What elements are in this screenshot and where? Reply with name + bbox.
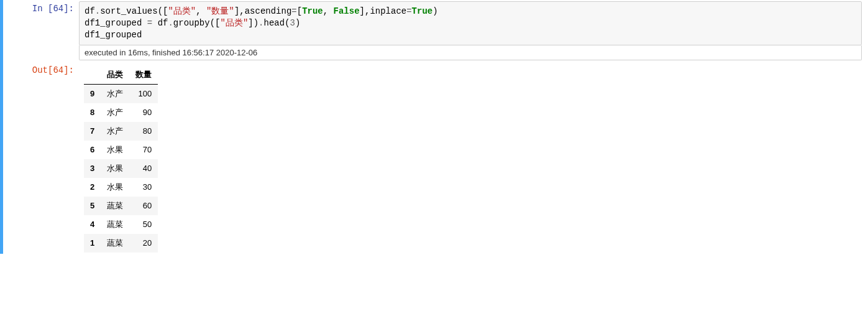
code-token: sort_values (100, 6, 157, 16)
index-header (84, 65, 101, 85)
code-input[interactable]: df.sort_values(["品类", "数量"],ascending=[T… (79, 1, 862, 45)
code-token: True (302, 6, 323, 16)
execution-status: executed in 16ms, finished 16:56:17 2020… (79, 45, 862, 60)
cell-value: 水产 (101, 84, 129, 103)
code-token: . (258, 18, 263, 28)
dataframe-body: 9水产1008水产907水产806水果703水果402水果305蔬菜604蔬菜5… (84, 84, 158, 253)
table-row: 7水产80 (84, 122, 158, 141)
table-row: 8水产90 (84, 103, 158, 122)
cell-value: 蔬菜 (101, 197, 129, 215)
cell-value: 80 (129, 122, 158, 141)
dataframe-table: 品类 数量 9水产1008水产907水产806水果703水果402水果305蔬菜… (84, 65, 158, 253)
code-token: ] (248, 18, 253, 28)
code-token: df (85, 6, 95, 16)
code-token: ( (285, 18, 290, 28)
row-index: 8 (84, 103, 101, 122)
notebook-cell: In [64]: df.sort_values(["品类", "数量"],asc… (0, 0, 868, 254)
code-token: "数量" (206, 6, 234, 16)
code-token: df1_grouped (85, 18, 147, 28)
row-index: 4 (84, 215, 101, 234)
code-token: = (291, 6, 296, 16)
code-token: groupby (173, 18, 210, 28)
table-row: 1蔬菜20 (84, 234, 158, 253)
code-token: ) (254, 18, 258, 28)
cell-value: 蔬菜 (101, 234, 129, 253)
code-token: ( (210, 18, 215, 28)
code-token: True (412, 6, 433, 16)
code-token: , (196, 6, 206, 16)
table-row: 5蔬菜60 (84, 197, 158, 215)
code-token: = (406, 6, 411, 16)
cell-value: 90 (129, 103, 158, 122)
row-index: 6 (84, 141, 101, 159)
cell-value: 70 (129, 141, 158, 159)
code-token: = (147, 18, 152, 28)
code-token: inplace (370, 6, 406, 16)
cell-value: 30 (129, 178, 158, 197)
dataframe-header: 品类 数量 (84, 65, 158, 85)
row-index: 9 (84, 84, 101, 103)
code-token: head (264, 18, 285, 28)
row-index: 7 (84, 122, 101, 141)
code-token: ) (432, 6, 437, 16)
code-token: "品类" (168, 6, 196, 16)
code-token: df1_grouped (85, 30, 142, 40)
cell-value: 100 (129, 84, 158, 103)
table-row: 2水果30 (84, 178, 158, 197)
table-row: 3水果40 (84, 159, 158, 178)
row-index: 1 (84, 234, 101, 253)
row-index: 5 (84, 197, 101, 215)
code-token: , (323, 6, 334, 16)
cell-value: 50 (129, 215, 158, 234)
col-header: 数量 (129, 65, 158, 85)
cell-value: 水产 (101, 103, 129, 122)
cell-value: 水果 (101, 159, 129, 178)
cell-value: 20 (129, 234, 158, 253)
output-row: Out[64]: 品类 数量 9水产1008水产907水产806水果703水果4… (3, 62, 868, 254)
code-token: , (239, 6, 244, 16)
row-index: 2 (84, 178, 101, 197)
cell-value: 水果 (101, 141, 129, 159)
code-token: False (334, 6, 360, 16)
output-area: 品类 数量 9水产1008水产907水产806水果703水果402水果305蔬菜… (78, 62, 868, 254)
input-prompt: In [64]: (3, 0, 78, 14)
cell-value: 40 (129, 159, 158, 178)
code-token: "品类" (220, 18, 248, 28)
code-token: ( (158, 6, 163, 16)
code-token: . (95, 6, 100, 16)
table-row: 4蔬菜50 (84, 215, 158, 234)
code-token: . (168, 18, 173, 28)
code-token: ) (295, 18, 300, 28)
cell-value: 蔬菜 (101, 215, 129, 234)
output-prompt: Out[64]: (3, 62, 78, 75)
cell-value: 水产 (101, 122, 129, 141)
table-row: 9水产100 (84, 84, 158, 103)
table-row: 6水果70 (84, 141, 158, 159)
row-index: 3 (84, 159, 101, 178)
code-token: df (152, 18, 168, 28)
input-row: In [64]: df.sort_values(["品类", "数量"],asc… (3, 0, 868, 62)
cell-value: 60 (129, 197, 158, 215)
code-token: 3 (290, 18, 295, 28)
input-area-wrapper: df.sort_values(["品类", "数量"],ascending=[T… (78, 0, 868, 62)
code-token: [ (297, 6, 302, 16)
cell-value: 水果 (101, 178, 129, 197)
col-header: 品类 (101, 65, 129, 85)
code-token: ] (360, 6, 365, 16)
code-token: ascending (245, 6, 292, 16)
